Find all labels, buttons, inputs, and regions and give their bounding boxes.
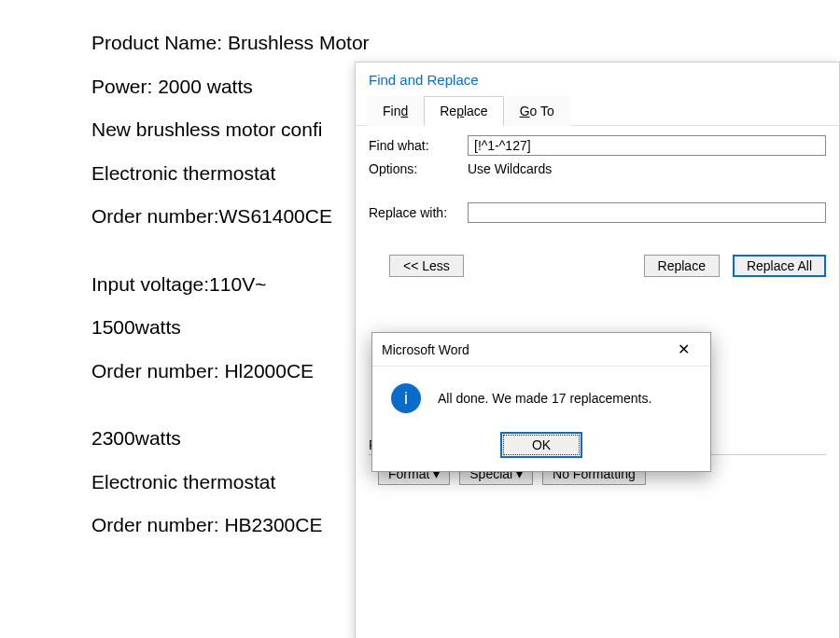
options-value: Use Wildcards bbox=[468, 161, 552, 176]
msgbox-titlebar: Microsoft Word ✕ bbox=[372, 333, 710, 367]
less-button[interactable]: << Less bbox=[389, 255, 464, 277]
doc-line[interactable]: Electronic thermostat bbox=[91, 159, 370, 188]
doc-line[interactable]: 1500watts bbox=[91, 312, 370, 342]
dialog-title: Find and Replace bbox=[356, 62, 839, 95]
doc-line[interactable]: Order number: Hl2000CE bbox=[91, 356, 370, 386]
doc-line[interactable]: Power: 2000 watts bbox=[91, 72, 370, 102]
replace-all-button[interactable]: Replace All bbox=[733, 255, 826, 277]
msgbox-message: All done. We made 17 replacements. bbox=[438, 391, 651, 406]
doc-line[interactable]: Order number: HB2300CE bbox=[91, 510, 370, 540]
msgbox-body: i All done. We made 17 replacements. bbox=[372, 367, 710, 426]
replace-with-label: Replace with: bbox=[369, 205, 458, 220]
close-icon[interactable]: ✕ bbox=[665, 340, 701, 358]
replace-button[interactable]: Replace bbox=[644, 255, 720, 277]
options-label: Options: bbox=[369, 161, 458, 176]
ok-button[interactable]: OK bbox=[500, 432, 582, 458]
tab-goto[interactable]: Go To bbox=[504, 96, 570, 126]
message-box: Microsoft Word ✕ i All done. We made 17 … bbox=[371, 332, 711, 472]
dialog-button-row: << Less Replace Replace All bbox=[369, 255, 826, 277]
find-what-label: Find what: bbox=[369, 138, 458, 153]
doc-blank bbox=[91, 399, 370, 423]
doc-line[interactable]: New brushless motor confi bbox=[91, 115, 370, 145]
tab-replace[interactable]: Replace bbox=[424, 96, 503, 126]
replace-with-input[interactable] bbox=[468, 202, 826, 223]
tab-find[interactable]: Find bbox=[367, 96, 424, 126]
doc-line[interactable]: Electronic thermostat bbox=[91, 467, 370, 497]
document-body: Product Name: Brushless Motor Power: 200… bbox=[91, 28, 370, 554]
dialog-tabs: Find Replace Go To bbox=[356, 95, 839, 126]
doc-blank bbox=[91, 245, 370, 270]
msgbox-footer: OK bbox=[372, 426, 710, 471]
doc-line[interactable]: Input voltage:110V~ bbox=[91, 270, 370, 299]
find-what-input[interactable] bbox=[468, 135, 826, 156]
doc-line[interactable]: 2300watts bbox=[91, 423, 370, 453]
doc-line[interactable]: Product Name: Brushless Motor bbox=[91, 28, 370, 58]
info-icon: i bbox=[391, 383, 421, 413]
doc-line[interactable]: Order number:WS61400CE bbox=[91, 201, 370, 231]
msgbox-title-text: Microsoft Word bbox=[382, 342, 469, 357]
